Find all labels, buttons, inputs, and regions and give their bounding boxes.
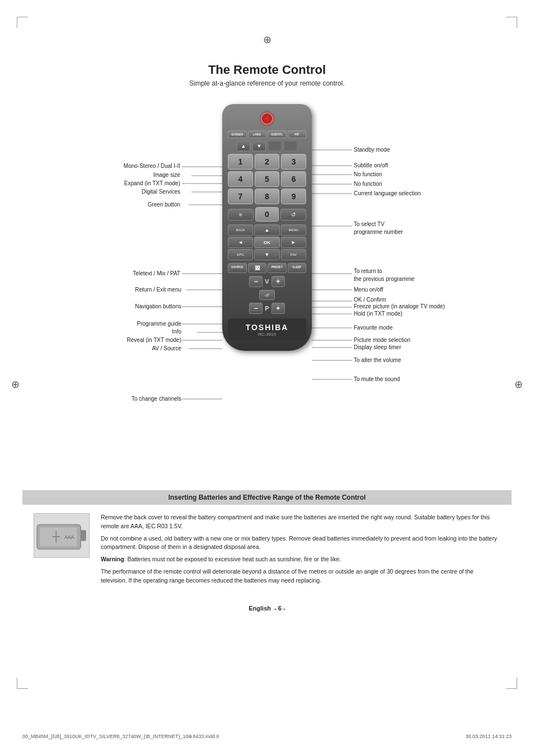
page: ⊕ ⊕ ⊕ The Remote Control Simple at-a-gla… [0, 0, 534, 756]
label-sleep-timer: Display sleep timer [354, 344, 401, 351]
volume-row: − V + [228, 276, 306, 287]
footer-file: 00_MB45M_[GB]_3910UK_IDTV_SILVER8_32740W… [22, 734, 219, 739]
page-subtitle: Simple at-a-glance reference of your rem… [22, 79, 512, 87]
picture-button[interactable]: 🖼 [248, 263, 267, 273]
num-3-button[interactable]: 3 [281, 154, 306, 170]
label-favourite: Favourite mode [354, 324, 392, 331]
ok-button[interactable]: OK [254, 237, 279, 248]
label-av-source: AV / Source [105, 345, 181, 352]
source-button[interactable]: SOURCE [228, 263, 247, 273]
label-hold: Hold (in TXT mode) [354, 310, 402, 317]
remote-top [228, 112, 306, 126]
label-return-previous: To return tothe previous programme [354, 267, 414, 283]
top-btn-row: SCREEN LANG SUBTITL PIP [228, 130, 306, 138]
lang-button[interactable]: LANG [248, 130, 267, 138]
num-7-button[interactable]: 7 [228, 189, 253, 204]
num-1-button[interactable]: 1 [228, 154, 253, 170]
remote-control: SCREEN LANG SUBTITL PIP ▲ ▼ 1 2 3 4 5 6 … [222, 104, 312, 351]
label-picture-mode: Picture mode selection [354, 336, 410, 344]
label-no-function-1: No function [354, 171, 382, 178]
arrow-down-button[interactable]: ▼ [252, 141, 266, 151]
battery-para-3: Warning: Batteries must not be exposed t… [101, 555, 500, 564]
ch-plus-button[interactable]: + [271, 303, 285, 314]
vol-minus-button[interactable]: − [249, 276, 263, 287]
menu-button[interactable]: MENU [281, 224, 306, 236]
battery-para-4: The performance of the remote control wi… [101, 567, 500, 585]
label-expand-mode: Expand (in TXT mode) [82, 180, 180, 187]
pip-button[interactable]: PIP [288, 130, 307, 138]
blank-btn-2 [284, 141, 297, 151]
channel-row: − P + [228, 303, 306, 314]
label-info: Info [127, 328, 181, 335]
label-mono-stereo: Mono-Stereo / Dual I-II [82, 162, 180, 170]
label-change-channels: To change channels [95, 395, 181, 402]
arrow-up-button[interactable]: ▲ [237, 141, 250, 151]
remote-diagram: Mono-Stereo / Dual I-II Image size Expan… [71, 98, 463, 479]
vol-plus-button[interactable]: + [271, 276, 285, 287]
print-mark-top: ⊕ [22, 11, 512, 51]
label-current-language: Current language selection [354, 190, 421, 197]
battery-svg: AAA [34, 514, 89, 557]
batteries-text: Remove the back cover to reveal the batt… [101, 513, 500, 588]
num-6-button[interactable]: 6 [281, 171, 306, 187]
label-standby: Standby mode [354, 146, 390, 153]
toshiba-brand-name: TOSHIBA [231, 323, 303, 332]
page-footer: English - 6 - [22, 605, 512, 617]
preset-button[interactable]: PRESET [268, 263, 287, 273]
volume-label: V [265, 278, 269, 285]
channel-label: P [265, 305, 269, 312]
page-title: The Remote Control [22, 63, 512, 77]
subtitl-button[interactable]: SUBTITL [268, 130, 287, 138]
label-no-function-2: No function [354, 180, 382, 187]
screen-button[interactable]: SCREEN [228, 130, 247, 138]
nav-left-button[interactable]: ◄ [228, 237, 253, 248]
num-8-button[interactable]: 8 [255, 189, 280, 204]
num-9-button[interactable]: 9 [281, 189, 306, 204]
fav-button[interactable]: FAV [281, 249, 306, 260]
battery-para-1: Remove the back cover to reveal the batt… [101, 513, 500, 531]
num-0-button[interactable]: 0 [255, 207, 279, 222]
footer-page-num: - 6 - [274, 605, 285, 612]
number-grid: 1 2 3 4 5 6 7 8 9 [228, 154, 306, 204]
nav-right-button[interactable]: ► [281, 237, 306, 248]
special-row: ≡ 0 ↺ [228, 207, 306, 222]
label-teletext: Teletext / Mix / PAT [91, 270, 180, 277]
num-5-button[interactable]: 5 [255, 171, 280, 187]
label-digital-services: Digital Services [102, 188, 180, 195]
corner-mark-tr [506, 17, 517, 28]
corner-mark-br [506, 678, 517, 689]
back-button[interactable]: BACK [228, 224, 253, 236]
corner-mark-bl [17, 678, 28, 689]
nav-up-button[interactable]: ▲ [254, 224, 279, 236]
num-2-button[interactable]: 2 [255, 154, 280, 170]
battery-para-2: Do not combine a used, old battery with … [101, 534, 500, 552]
label-alter-volume: To alter the volume [354, 356, 401, 364]
ch-minus-button[interactable]: − [249, 303, 263, 314]
mute-button[interactable]: off [259, 290, 275, 300]
teletext-button[interactable]: ≡ [228, 209, 254, 220]
power-button[interactable] [261, 112, 273, 125]
return-button[interactable]: ↺ [280, 209, 306, 220]
battery-image: AAA [34, 513, 90, 558]
mute-row: off [228, 290, 306, 300]
batteries-content: AAA Remove the back cover to reveal the … [22, 513, 512, 588]
label-select-tv: To select TVprogramme number [354, 220, 403, 236]
sleep-button[interactable]: SLEEP [288, 263, 307, 273]
batteries-header: Inserting Batteries and Effective Range … [22, 490, 512, 505]
label-programme-guide: Programme guide [95, 320, 181, 327]
label-navigation: Navigation buttons [95, 303, 181, 310]
footer-language: English [249, 605, 271, 612]
svg-text:AAA: AAA [64, 534, 74, 540]
toshiba-model-number: RC-3910 [231, 332, 303, 337]
label-freeze: Freeze picture (in analoge TV mode) [354, 303, 445, 310]
num-4-button[interactable]: 4 [228, 171, 253, 187]
side-mark-left: ⊕ [11, 378, 20, 391]
epg-button[interactable]: EPG [228, 249, 253, 260]
side-mark-right: ⊕ [514, 378, 523, 391]
source-row: SOURCE 🖼 PRESET SLEEP [228, 263, 306, 273]
arrow-row: ▲ ▼ [228, 141, 306, 151]
nav-section: BACK ▲ MENU ◄ OK ► EPG ▼ FAV [228, 224, 306, 260]
nav-down-button[interactable]: ▼ [254, 249, 279, 260]
blank-btn-1 [268, 141, 282, 151]
warning-label: Warning [101, 556, 124, 562]
